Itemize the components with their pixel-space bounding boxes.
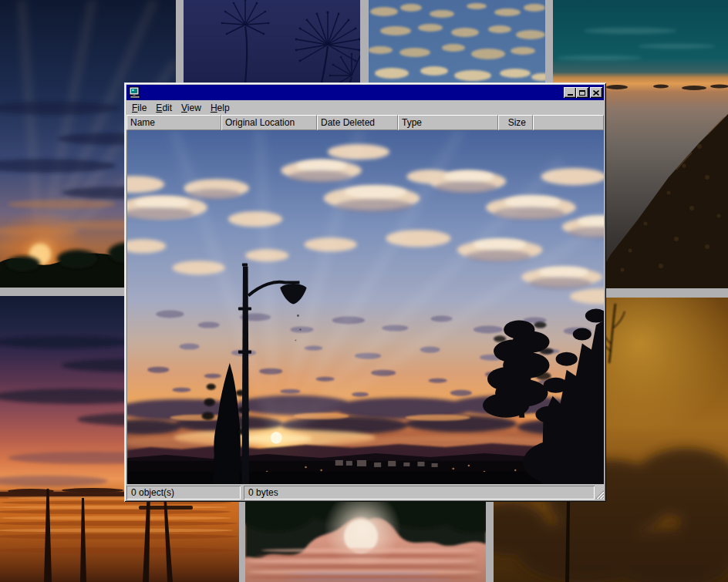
status-object-count: 0 object(s) <box>126 486 241 500</box>
column-header-name[interactable]: Name <box>126 115 221 130</box>
window-titlebar[interactable] <box>126 85 604 100</box>
column-header-date-deleted[interactable]: Date Deleted <box>317 115 398 130</box>
minimize-button[interactable] <box>564 87 576 98</box>
sunset-lamp-photo <box>127 130 604 484</box>
close-button[interactable] <box>590 87 602 98</box>
column-header-filler[interactable] <box>533 115 604 130</box>
menu-bar: File Edit View Help <box>126 100 604 115</box>
desktop: File Edit View Help Name Original Locati… <box>0 0 728 582</box>
status-bar: 0 object(s) 0 bytes <box>126 484 604 500</box>
status-byte-count: 0 bytes <box>244 486 595 500</box>
column-header-row: Name Original Location Date Deleted Type… <box>126 115 604 130</box>
column-header-size[interactable]: Size <box>498 115 533 130</box>
computer-icon <box>129 86 141 99</box>
column-header-type[interactable]: Type <box>398 115 498 130</box>
list-view-area[interactable] <box>126 130 604 484</box>
menu-file[interactable]: File <box>127 102 151 114</box>
minimize-icon <box>568 94 573 96</box>
maximize-button[interactable] <box>576 87 588 98</box>
sun <box>271 432 282 443</box>
recycle-bin-window: File Edit View Help Name Original Locati… <box>124 82 606 502</box>
menu-view[interactable]: View <box>177 102 206 114</box>
column-header-original-location[interactable]: Original Location <box>221 115 317 130</box>
menu-edit[interactable]: Edit <box>151 102 177 114</box>
menu-help[interactable]: Help <box>206 102 234 114</box>
resize-grip[interactable] <box>594 489 604 499</box>
close-icon <box>593 90 599 96</box>
maximize-icon <box>579 90 585 96</box>
